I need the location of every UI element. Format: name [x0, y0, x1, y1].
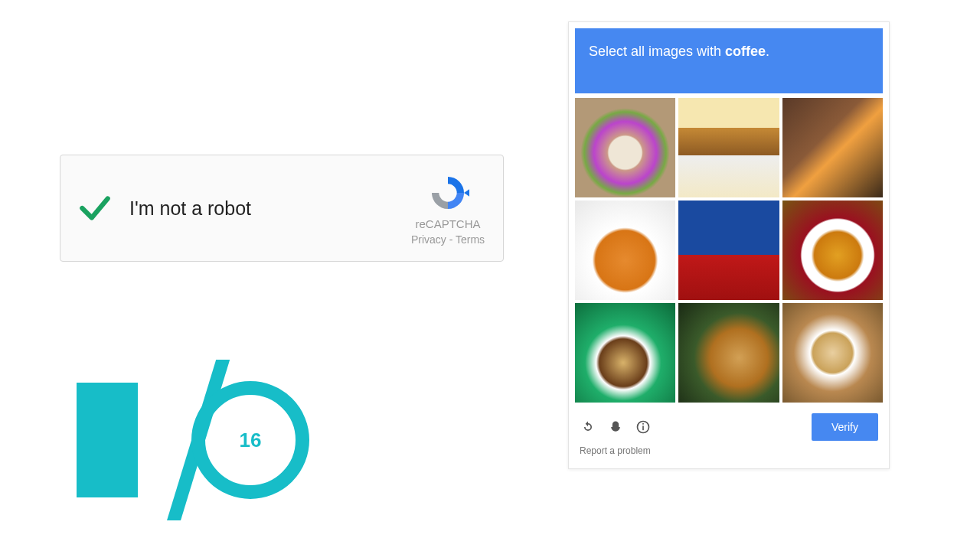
challenge-prompt-prefix: Select all images with [589, 44, 725, 59]
recaptcha-badge-links: Privacy - Terms [411, 233, 485, 246]
challenge-prompt: Select all images with coffee. [575, 28, 883, 93]
challenge-tile[interactable] [575, 303, 675, 403]
challenge-tile[interactable] [782, 98, 883, 197]
io-logo-year: 16 [240, 429, 262, 452]
terms-link[interactable]: Terms [456, 233, 485, 246]
challenge-target-word: coffee [725, 44, 766, 59]
recaptcha-badge-title: reCAPTCHA [415, 217, 480, 230]
privacy-link[interactable]: Privacy [411, 233, 446, 246]
verify-button[interactable]: Verify [812, 413, 878, 441]
challenge-tile[interactable] [678, 98, 779, 197]
recaptcha-widget: I'm not a robot reCAPTCHA Privacy - Term… [60, 155, 504, 262]
report-problem-link[interactable]: Report a problem [575, 444, 883, 462]
link-separator: - [449, 233, 456, 246]
challenge-tile[interactable] [782, 201, 883, 300]
challenge-footer-icons [580, 419, 652, 435]
audio-icon[interactable] [607, 419, 624, 435]
io-logo-i [77, 383, 138, 497]
challenge-tile[interactable] [575, 98, 675, 197]
recaptcha-checkbox[interactable] [60, 189, 129, 227]
io-logo: 16 [77, 360, 299, 520]
challenge-tile[interactable] [782, 303, 883, 403]
recaptcha-label: I'm not a robot [129, 197, 403, 220]
io-logo-o: 16 [191, 381, 309, 499]
checkmark-icon [76, 189, 114, 227]
svg-marker-0 [464, 189, 469, 196]
recaptcha-badge: reCAPTCHA Privacy - Terms [403, 171, 503, 246]
reload-icon[interactable] [580, 419, 596, 435]
svg-rect-2 [642, 425, 644, 430]
info-icon[interactable] [635, 419, 652, 435]
challenge-tile[interactable] [575, 201, 675, 300]
challenge-tile[interactable] [678, 201, 779, 300]
challenge-grid [575, 98, 883, 403]
recaptcha-icon [426, 171, 469, 214]
challenge-tile[interactable] [678, 303, 779, 403]
svg-rect-3 [642, 423, 644, 425]
challenge-prompt-suffix: . [766, 44, 769, 59]
captcha-image-challenge: Select all images with coffee. Verify Re… [568, 21, 890, 469]
challenge-footer: Verify [575, 403, 883, 444]
